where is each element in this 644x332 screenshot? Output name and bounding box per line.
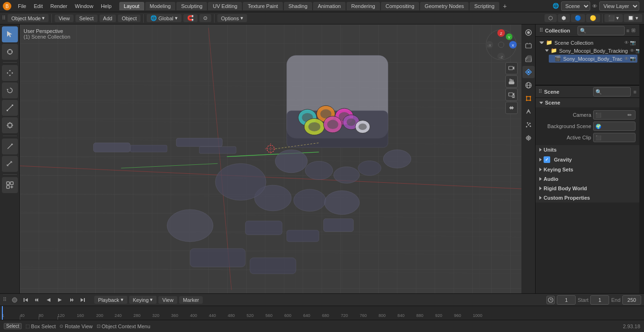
view-layer-selector[interactable]: View Layer — [599, 1, 639, 11]
menu-render[interactable]: Render — [47, 2, 71, 10]
props-icon-render[interactable] — [522, 26, 535, 39]
tab-compositing[interactable]: Compositing — [381, 2, 419, 10]
nav-widget[interactable]: Z X -Z -X Y — [485, 28, 518, 62]
options-btn[interactable]: Options ▾ — [217, 14, 247, 22]
camera-edit-icon[interactable]: ✏ — [626, 111, 633, 119]
restrict-hide-icon-2[interactable]: 👁 — [624, 56, 629, 61]
props-icon-particles[interactable] — [522, 119, 535, 131]
gizmo-btn[interactable]: 🔲 ▾ — [624, 14, 642, 22]
shading-material-btn[interactable]: 🔵 — [571, 14, 585, 22]
marker-btn[interactable]: Marker — [179, 296, 203, 304]
view-menu[interactable]: View — [55, 15, 74, 22]
props-icon-object[interactable] — [522, 92, 535, 105]
region-flip-btn[interactable] — [505, 102, 518, 114]
restrict-hide-icon[interactable]: 👁 — [624, 40, 629, 45]
restrict-render-icon-2[interactable]: 📷 — [630, 56, 636, 61]
active-clip-prop-value[interactable]: ⬛ — [593, 133, 636, 142]
shading-wire-btn[interactable]: ⬡ — [545, 14, 557, 22]
scene-section-header[interactable]: Scene — [536, 98, 639, 107]
tab-scripting[interactable]: Scripting — [470, 2, 499, 10]
gravity-checkbox[interactable]: ✓ — [544, 156, 550, 163]
tool-cursor[interactable] — [2, 44, 18, 60]
proportional-btn[interactable]: ⊙ — [199, 14, 211, 22]
start-frame-input[interactable]: 1 — [590, 295, 609, 305]
outliner-item-scene-collection[interactable]: 📁 Scene Collection 👁 📷 — [537, 39, 637, 47]
camera-lock-btn[interactable] — [505, 89, 518, 101]
shading-solid-btn[interactable]: ⬢ — [558, 14, 570, 22]
outliner-filter-icon[interactable]: ≡ — [627, 28, 629, 33]
playback-btn[interactable]: Playback ▾ — [94, 296, 127, 304]
tab-uv-editing[interactable]: UV Editing — [208, 2, 242, 10]
units-section-header[interactable]: Units — [536, 145, 639, 154]
jump-start-btn[interactable] — [21, 295, 31, 305]
outliner-item-sony-body-trac[interactable]: 🎬 Sony_Mocopi_Body_Trac 👁 📷 — [549, 55, 637, 63]
tab-geometry-nodes[interactable]: Geometry Nodes — [420, 2, 469, 10]
props-icon-modifier[interactable] — [522, 105, 535, 118]
hand-view-btn[interactable] — [505, 75, 518, 88]
menu-edit[interactable]: Edit — [30, 2, 47, 10]
expand-scene-collection[interactable] — [539, 41, 544, 44]
select-menu[interactable]: Select — [75, 15, 98, 22]
tool-annotate[interactable] — [2, 138, 18, 154]
timeline-ruler[interactable]: 1 40 80 120 160 200 240 280 320 360 400 … — [0, 306, 644, 320]
add-workspace-button[interactable]: + — [500, 2, 510, 10]
gravity-section-header[interactable]: ✓ Gravity — [536, 154, 639, 165]
camera-view-btn[interactable] — [505, 62, 518, 74]
tool-measure[interactable] — [2, 156, 18, 172]
jump-end-btn[interactable] — [77, 295, 88, 305]
outliner-item-sony-tracking[interactable]: 📁 Sony_Mocopi_Body_Tracking 👁 📷 — [543, 47, 637, 55]
current-frame-input[interactable]: 1 — [557, 295, 576, 305]
props-icon-world[interactable] — [522, 79, 535, 91]
play-reverse-btn[interactable] — [43, 295, 54, 305]
clock-btn[interactable] — [546, 296, 555, 304]
step-forward-btn[interactable] — [66, 295, 76, 305]
rigid-body-section-header[interactable]: Rigid Body World — [536, 184, 639, 193]
props-icon-view-layer[interactable] — [522, 53, 535, 65]
props-icon-output[interactable] — [522, 40, 535, 52]
tab-sculpting[interactable]: Sculpting — [176, 2, 207, 10]
tool-select[interactable] — [2, 26, 18, 42]
snap-btn[interactable]: 🧲 — [183, 14, 198, 22]
props-icon-scene[interactable] — [522, 66, 535, 78]
custom-props-section-header[interactable]: Custom Properties — [536, 193, 639, 202]
tool-transform[interactable] — [2, 117, 18, 133]
menu-help[interactable]: Help — [97, 2, 116, 10]
end-frame-input[interactable]: 250 — [622, 295, 641, 305]
tool-scale[interactable] — [2, 100, 18, 116]
tool-add-object[interactable] — [2, 177, 18, 193]
tab-rendering[interactable]: Rendering — [347, 2, 380, 10]
props-icon-physics[interactable] — [522, 132, 535, 144]
tab-shading[interactable]: Shading — [284, 2, 312, 10]
outliner-sort-icon[interactable]: ⊞ — [631, 27, 636, 33]
tab-animation[interactable]: Animation — [313, 2, 346, 10]
menu-window[interactable]: Window — [71, 2, 97, 10]
bg-scene-prop-value[interactable]: 🌍 — [593, 121, 636, 131]
restrict-render-icon[interactable]: 📷 — [630, 40, 636, 45]
expand-sony-tracking[interactable] — [545, 49, 549, 52]
scene-selector[interactable]: Scene — [561, 1, 590, 11]
overlay-btn[interactable]: ⬛ ▾ — [604, 14, 623, 22]
menu-file[interactable]: File — [14, 2, 30, 10]
object-mode-dropdown[interactable]: Object Mode ▾ — [8, 14, 49, 22]
props-filter-icon[interactable]: ≡ — [634, 89, 636, 95]
tab-modeling[interactable]: Modeling — [145, 2, 176, 10]
shading-render-btn[interactable]: 🟡 — [586, 14, 600, 22]
outliner-search-input[interactable] — [578, 26, 625, 35]
props-search-input[interactable] — [593, 87, 631, 97]
viewport-canvas[interactable]: User Perspective (1) Scene Collection Z … — [20, 24, 521, 293]
tab-texture-paint[interactable]: Texture Paint — [243, 2, 282, 10]
tool-move[interactable] — [2, 65, 18, 81]
record-btn[interactable] — [9, 295, 20, 305]
add-menu[interactable]: Add — [99, 15, 116, 22]
keying-btn[interactable]: Keying ▾ — [129, 296, 157, 304]
keying-sets-section-header[interactable]: Keying Sets — [536, 165, 639, 174]
transform-orient[interactable]: 🌐 Global ▾ — [147, 14, 182, 22]
object-menu[interactable]: Object — [118, 15, 140, 22]
camera-prop-value[interactable]: ⬛ ✏ — [593, 110, 636, 120]
restrict-hide-icon-1[interactable]: 👁 — [630, 48, 635, 53]
restrict-render-icon-1[interactable]: 📷 — [636, 48, 639, 53]
step-back-btn[interactable] — [32, 295, 42, 305]
audio-section-header[interactable]: Audio — [536, 174, 639, 184]
tool-rotate[interactable] — [2, 82, 18, 98]
play-forward-btn[interactable] — [55, 295, 65, 305]
